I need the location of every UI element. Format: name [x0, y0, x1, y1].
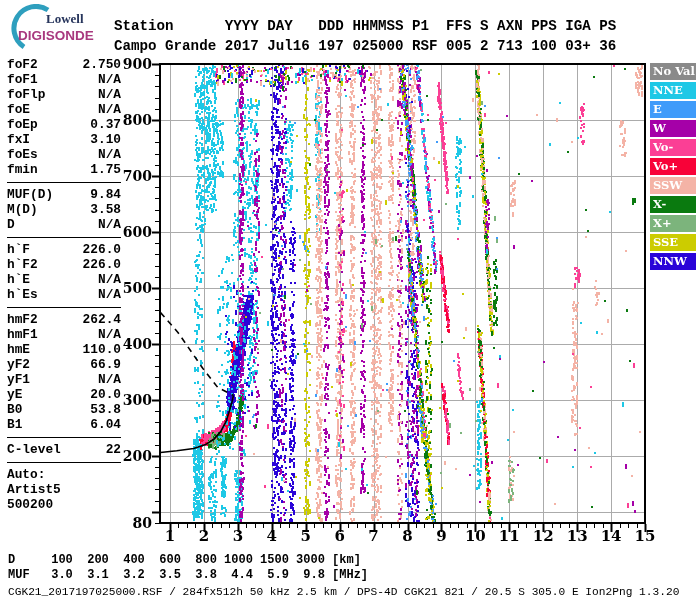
param-value: N/A: [98, 147, 121, 162]
legend-item: E: [650, 101, 696, 118]
param-value: 1.75: [90, 162, 121, 177]
param-value: 20.0: [90, 387, 121, 402]
param-row: fxI3.10: [7, 132, 121, 147]
param-row: hmF1N/A: [7, 327, 121, 342]
param-row: yF266.9: [7, 357, 121, 372]
param-value: 22: [106, 442, 121, 457]
param-row: h`EsN/A: [7, 287, 121, 302]
param-label: hmE: [7, 342, 30, 357]
param-row: foEN/A: [7, 102, 121, 117]
legend-item: No Val: [650, 63, 696, 80]
muf-row: MUF 3.0 3.1 3.2 3.5 3.8 4.4 5.9 9.8 [MHz…: [8, 568, 679, 583]
digisonde-ionogram-viewer: { "logo": {"line1": "Lowell", "line2": "…: [0, 0, 700, 600]
legend-item: Vo-: [650, 139, 696, 156]
param-value: N/A: [98, 87, 121, 102]
param-label: foF1: [7, 72, 38, 87]
param-label: h`Es: [7, 287, 38, 302]
param-separator: [7, 437, 121, 438]
param-value: 226.0: [83, 257, 121, 272]
param-row: foF22.750: [7, 57, 121, 72]
param-separator: [7, 237, 121, 238]
param-label: yE: [7, 387, 22, 402]
param-label: D: [7, 217, 15, 232]
param-label: h`F2: [7, 257, 38, 272]
param-value: 226.0: [83, 242, 121, 257]
parameter-panel: foF22.750foF1N/AfoFlpN/AfoEN/AfoEp0.37fx…: [7, 57, 121, 512]
header-values-line: Campo Grande 2017 Jul16 197 025000 RSF 0…: [114, 36, 616, 56]
param-row: Artist5: [7, 482, 121, 497]
param-label: C-level: [7, 442, 61, 457]
param-label: foFlp: [7, 87, 45, 102]
param-label: hmF1: [7, 327, 38, 342]
param-label: foEp: [7, 117, 38, 132]
distance-row: D 100 200 400 600 800 1000 1500 3000 [km…: [8, 553, 679, 568]
param-row: hmF2262.4: [7, 312, 121, 327]
param-label: fmin: [7, 162, 38, 177]
param-value: N/A: [98, 72, 121, 87]
header-fields-line: Station YYYY DAY DDD HHMMSS P1 FFS S AXN…: [114, 16, 616, 36]
param-separator: [7, 182, 121, 183]
station-header: Station YYYY DAY DDD HHMMSS P1 FFS S AXN…: [114, 16, 616, 56]
param-label: M(D): [7, 202, 38, 217]
param-value: 9.84: [90, 187, 121, 202]
param-label: MUF(D): [7, 187, 53, 202]
param-label: hmF2: [7, 312, 38, 327]
param-label: 500200: [7, 497, 53, 512]
param-row: yE20.0: [7, 387, 121, 402]
param-row: foEsN/A: [7, 147, 121, 162]
legend-item: SSE: [650, 234, 696, 251]
param-value: N/A: [98, 287, 121, 302]
param-value: 3.10: [90, 132, 121, 147]
param-row: foF1N/A: [7, 72, 121, 87]
param-row: h`EN/A: [7, 272, 121, 287]
param-label: foF2: [7, 57, 38, 72]
legend-item: NNW: [650, 253, 696, 270]
param-row: foEp0.37: [7, 117, 121, 132]
param-row: Auto:: [7, 467, 121, 482]
param-label: Artist5: [7, 482, 61, 497]
param-separator: [7, 462, 121, 463]
param-label: fxI: [7, 132, 30, 147]
footer-block: D 100 200 400 600 800 1000 1500 3000 [km…: [8, 553, 679, 598]
param-label: yF1: [7, 372, 30, 387]
logo-lowell-text: Lowell: [46, 11, 84, 26]
legend-item: X-: [650, 196, 696, 213]
param-value: N/A: [98, 327, 121, 342]
legend-item: W: [650, 120, 696, 137]
param-separator: [7, 307, 121, 308]
param-row: B053.8: [7, 402, 121, 417]
param-value: 53.8: [90, 402, 121, 417]
param-label: yF2: [7, 357, 30, 372]
param-row: B16.04: [7, 417, 121, 432]
legend-item: X+: [650, 215, 696, 232]
file-info-line: CGK21_2017197025000.RSF / 284fx512h 50 k…: [8, 586, 679, 598]
legend-item: Vo+: [650, 158, 696, 175]
param-label: B0: [7, 402, 22, 417]
param-value: 6.04: [90, 417, 121, 432]
param-value: 262.4: [83, 312, 121, 327]
param-row: foFlpN/A: [7, 87, 121, 102]
param-label: h`F: [7, 242, 30, 257]
param-label: foE: [7, 102, 30, 117]
legend-item: NNE: [650, 82, 696, 99]
param-label: B1: [7, 417, 22, 432]
param-value: N/A: [98, 102, 121, 117]
param-value: 0.37: [90, 117, 121, 132]
param-row: yF1N/A: [7, 372, 121, 387]
param-row: 500200: [7, 497, 121, 512]
param-value: 110.0: [83, 342, 121, 357]
param-row: hmE110.0: [7, 342, 121, 357]
lowell-digisonde-logo: Lowell DIGISONDE: [6, 4, 114, 52]
param-row: h`F2226.0: [7, 257, 121, 272]
param-value: 2.750: [83, 57, 121, 72]
param-row: fmin1.75: [7, 162, 121, 177]
param-row: DN/A: [7, 217, 121, 232]
param-label: Auto:: [7, 467, 45, 482]
param-row: MUF(D)9.84: [7, 187, 121, 202]
logo-digisonde-text: DIGISONDE: [18, 28, 94, 43]
param-row: h`F226.0: [7, 242, 121, 257]
param-value: 66.9: [90, 357, 121, 372]
echo-direction-legend: No ValNNEEWVo-Vo+SSWX-X+SSENNW: [650, 63, 696, 272]
param-value: N/A: [98, 217, 121, 232]
param-label: h`E: [7, 272, 30, 287]
